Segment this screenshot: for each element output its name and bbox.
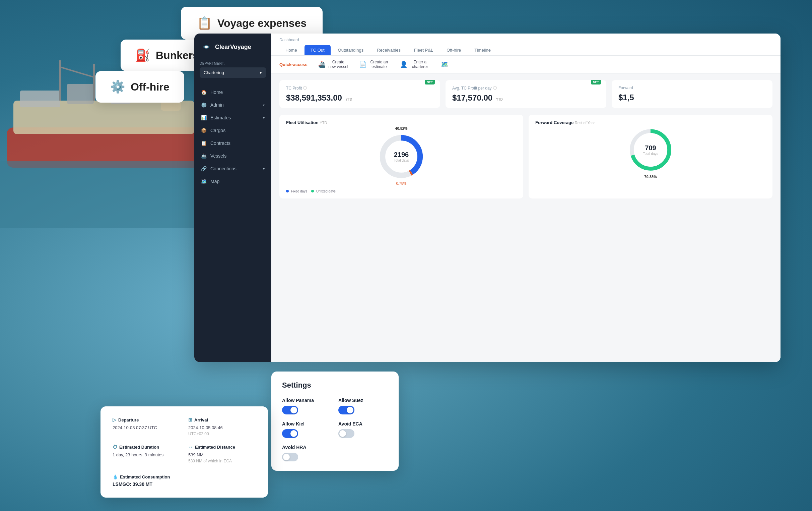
forward-pct-label: 70.38% [644,175,657,179]
distance-value: 539 NM [188,452,256,457]
sidebar-nav: 🏠 Home ⚙️ Admin ▾ 📊 Estimates ▾ 📦 Cargos [194,83,271,362]
enter-charterer-label: Enter a charterer [410,60,430,69]
cargos-icon: 📦 [201,128,206,133]
allow-panama-toggle[interactable] [282,406,298,414]
setting-allow-suez: Allow Suez [338,398,388,414]
avg-tc-profit-value: $17,570.00 YTD [452,93,600,103]
create-vessel-label: Create new vessel [328,60,348,69]
fleet-utilisation-title: Fleet Utilisation YTD [286,120,517,125]
dept-label: Department: [200,62,266,65]
quick-action-map[interactable]: 🗺️ [441,61,448,68]
distance-label: ↔ Estimated Distance [188,444,256,450]
fleet-pct-label: 40.82% [395,127,407,130]
legend-fixed: Fixed days [286,189,307,193]
setting-allow-panama: Allow Panama [282,398,331,414]
sidebar-item-cargos[interactable]: 📦 Cargos [194,124,271,137]
sidebar-item-home[interactable]: 🏠 Home [194,86,271,99]
logo-text: ClearVoyage [215,44,251,51]
offhire-card[interactable]: ⚙️ Off-hire [95,71,184,103]
sidebar-item-estimates[interactable]: 📊 Estimates ▾ [194,111,271,124]
create-estimate-label: Create an estimate [369,60,389,69]
tab-home[interactable]: Home [279,45,303,55]
quick-action-create-vessel[interactable]: 🚢 Create new vessel [318,60,348,69]
toggle-thumb [290,430,297,437]
estimate-icon: 📄 [359,61,367,68]
fleet-utilisation-subtitle: YTD [320,121,327,125]
connections-icon: 🔗 [201,166,206,171]
legend-unfixed: Unfixed days [311,189,336,193]
voyage-expenses-title: Voyage expenses [218,17,307,29]
sidebar-item-vessels[interactable]: 🚢 Vessels [194,150,271,162]
header-tabs: Home TC Out Outstandings Receivables Fle… [279,42,773,55]
chevron-down-icon: ▾ [260,70,262,75]
consumption-label: 💧 Estimated Consumption [113,475,256,480]
duration-value: 1 day, 23 hours, 9 minutes [113,452,180,457]
allow-kiel-label: Allow Kiel [282,421,331,427]
fleet-total-days: 2196 [394,151,409,159]
sidebar-department: Department: Chartering ▾ [194,59,271,83]
setting-avoid-eca: Avoid ECA [338,421,388,438]
unfixed-dot [311,190,314,192]
avg-tc-profit-label: Avg. TC Profit per day ⓘ [452,85,600,90]
quick-action-enter-charterer[interactable]: 👤 Enter a charterer [400,60,430,69]
net-badge-2: NET [591,80,601,84]
tc-profit-label: TC Profit ⓘ [286,85,433,90]
metric-avg-tc-profit: NET Avg. TC Profit per day ⓘ $17,570.00 … [445,80,606,108]
sidebar-item-contracts[interactable]: 📋 Contracts [194,137,271,150]
offhire-icon: ⚙️ [110,80,125,94]
allow-suez-toggle[interactable] [338,406,354,414]
breadcrumb: Dashboard [279,33,773,42]
contracts-icon: 📋 [201,140,206,146]
quick-action-create-estimate[interactable]: 📄 Create an estimate [359,60,389,69]
avoid-hra-label: Avoid HRA [282,445,331,450]
settings-card: Settings Allow Panama Allow Suez Allow K… [271,372,399,471]
forward-coverage-subtitle: Rest of Year [575,121,595,125]
dashboard: NET TC Profit ⓘ $38,591,353.00 YTD NET [271,74,781,362]
settings-title: Settings [282,381,388,389]
map-quick-icon: 🗺️ [441,61,448,68]
dept-select[interactable]: Chartering ▾ [200,68,266,78]
info-icon-2: ⓘ [493,85,497,90]
distance-sub: 539 NM of which in ECA [188,459,256,463]
sidebar-item-map[interactable]: 🗺️ Map [194,175,271,188]
forward-total-days-label: Total days [643,152,658,156]
bunkers-title: Bunkers [156,49,199,62]
tab-outstandings[interactable]: Outstandings [332,45,370,55]
consumption-section: 💧 Estimated Consumption LSMGO: 39.30 MT [113,469,256,487]
tab-tc-out[interactable]: TC Out [304,45,330,55]
arrival-section: ⊞ Arrival 2024-10-05 08:46 UTC+02:00 [188,417,256,436]
metric-tc-profit: NET TC Profit ⓘ $38,591,353.00 YTD [279,80,440,108]
consumption-value: LSMGO: 39.30 MT [113,482,256,487]
tab-offhire[interactable]: Off-hire [440,45,467,55]
setting-allow-kiel: Allow Kiel [282,421,331,438]
sidebar-item-admin[interactable]: ⚙️ Admin ▾ [194,99,271,111]
net-badge-1: NET [425,80,435,84]
allow-kiel-toggle[interactable] [282,429,298,438]
vessel-icon: 🚢 [318,61,326,68]
offhire-title: Off-hire [130,81,170,93]
avoid-hra-toggle[interactable] [282,453,298,461]
tab-timeline[interactable]: Timeline [468,45,497,55]
toggle-thumb [290,407,297,413]
forward-coverage-chart: Forward Coverage Rest of Year [529,115,773,198]
journey-card: ▷ Departure 2024-10-03 07:37 UTC ⊞ Arriv… [100,406,268,497]
tab-fleet-pl[interactable]: Fleet P&L [408,45,439,55]
admin-icon: ⚙️ [201,102,206,108]
avoid-eca-toggle[interactable] [338,429,354,438]
quick-access-bar: Quick-access 🚢 Create new vessel 📄 Creat… [271,56,781,74]
chevron-right-icon: ▾ [263,103,265,107]
fleet-donut-center: 2196 Total days [394,151,409,162]
duration-section: ⏱ Estimated Duration 1 day, 23 hours, 9 … [113,444,180,463]
sidebar-logo: ClearVoyage [194,33,271,59]
departure-section: ▷ Departure 2024-10-03 07:37 UTC [113,417,180,436]
tab-receivables[interactable]: Receivables [371,45,407,55]
fleet-donut-wrapper: 2196 Total days [378,133,425,180]
distance-icon: ↔ [188,444,193,450]
settings-grid: Allow Panama Allow Suez Allow Kiel Avoid… [282,398,388,461]
map-icon: 🗺️ [201,179,206,184]
sidebar: ClearVoyage Department: Chartering ▾ 🏠 H… [194,33,271,362]
header: Dashboard Home TC Out Outstandings Recei… [271,33,781,56]
forward-donut-center: 709 Total days [643,144,658,156]
sidebar-item-connections[interactable]: 🔗 Connections ▾ [194,162,271,175]
forward-total-days: 709 [643,144,658,152]
